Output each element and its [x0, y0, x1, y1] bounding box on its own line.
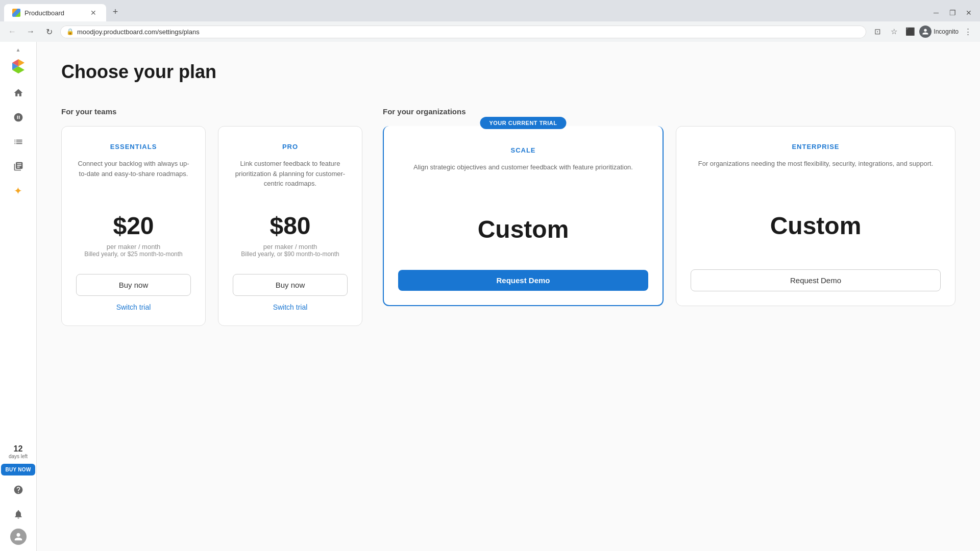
plan-cta-enterprise: Request Demo: [691, 269, 941, 291]
request-demo-scale-button[interactable]: Request Demo: [398, 270, 648, 291]
user-avatar[interactable]: [10, 529, 27, 545]
sidebar-logo[interactable]: [8, 56, 29, 77]
tab-close-button[interactable]: ✕: [89, 8, 98, 17]
buy-now-pro-button[interactable]: Buy now: [233, 274, 348, 296]
days-left-badge: 12 days left: [9, 444, 28, 460]
lock-icon: 🔒: [66, 28, 74, 35]
plan-price-note-essentials: per maker / month: [76, 243, 191, 251]
bookmark-icon[interactable]: ☆: [887, 24, 901, 39]
maximize-button[interactable]: ❐: [945, 6, 960, 20]
sidebar-scroll-up: ▲: [16, 47, 21, 52]
tab-favicon: [12, 9, 20, 17]
forward-button[interactable]: →: [23, 24, 38, 39]
page-title: Choose your plan: [61, 61, 955, 83]
refresh-button[interactable]: ↻: [42, 24, 56, 39]
plan-cta-essentials: Buy now Switch trial: [76, 274, 191, 311]
plan-price-pro: $80: [233, 212, 348, 240]
plan-cta-scale: Request Demo: [398, 270, 648, 291]
sidebar-item-home[interactable]: [8, 83, 29, 103]
sidebar-item-notifications[interactable]: [8, 504, 29, 524]
plan-desc-enterprise: For organizations needing the most flexi…: [691, 159, 941, 195]
sidebar-item-sparkle[interactable]: ✦: [8, 181, 29, 201]
plan-card-enterprise: ENTERPRISE For organizations needing the…: [676, 126, 955, 306]
switch-trial-essentials-link[interactable]: Switch trial: [116, 303, 151, 311]
buy-now-essentials-button[interactable]: Buy now: [76, 274, 191, 296]
back-button[interactable]: ←: [5, 24, 19, 39]
plan-card-scale: YOUR CURRENT TRIAL SCALE Align strategic…: [383, 126, 664, 306]
plan-name-essentials: ESSENTIALS: [76, 143, 191, 151]
incognito-button[interactable]: Incognito: [919, 26, 959, 38]
browser-tab[interactable]: Productboard ✕: [4, 4, 106, 21]
incognito-label: Incognito: [934, 28, 959, 35]
plan-desc-pro: Link customer feedback to feature priori…: [233, 159, 348, 195]
plan-price-detail-essentials: Billed yearly, or $25 month-to-month: [76, 251, 191, 258]
plan-cta-pro: Buy now Switch trial: [233, 274, 348, 311]
plan-card-essentials: ESSENTIALS Connect your backlog with alw…: [61, 126, 206, 326]
current-trial-badge: YOUR CURRENT TRIAL: [480, 117, 566, 129]
productboard-logo-icon: [10, 58, 27, 74]
plan-price-essentials: $20: [76, 212, 191, 240]
sidebar-item-questions[interactable]: [8, 480, 29, 500]
plan-price-note-pro: per maker / month: [233, 243, 348, 251]
teams-cards: ESSENTIALS Connect your backlog with alw…: [61, 126, 362, 326]
minimize-button[interactable]: ─: [929, 6, 943, 20]
plan-price-detail-pro: Billed yearly, or $90 month-to-month: [233, 251, 348, 258]
plan-desc-essentials: Connect your backlog with always up-to-d…: [76, 159, 191, 195]
svg-marker-1: [18, 59, 24, 66]
cast-icon[interactable]: ⊡: [870, 24, 885, 39]
address-bar[interactable]: 🔒 moodjoy.productboard.com/settings/plan…: [60, 26, 866, 38]
sidebar: ▲: [0, 41, 37, 551]
incognito-avatar: [919, 26, 932, 38]
close-button[interactable]: ✕: [962, 6, 976, 20]
tab-title: Productboard: [24, 9, 64, 17]
teams-section-label: For your teams: [61, 107, 362, 116]
main-content: Choose your plan For your teams ESSENTIA…: [37, 41, 980, 551]
sidebar-item-insights[interactable]: [8, 107, 29, 128]
plan-name-scale: SCALE: [398, 146, 648, 154]
switch-trial-pro-link[interactable]: Switch trial: [273, 303, 308, 311]
menu-icon[interactable]: ⋮: [961, 24, 975, 39]
orgs-cards: YOUR CURRENT TRIAL SCALE Align strategic…: [383, 126, 955, 306]
new-tab-button[interactable]: +: [108, 5, 122, 19]
buy-now-button[interactable]: BUY NOW: [1, 464, 35, 475]
plan-name-pro: PRO: [233, 143, 348, 151]
plan-name-enterprise: ENTERPRISE: [691, 143, 941, 151]
plan-card-pro: PRO Link customer feedback to feature pr…: [218, 126, 362, 326]
sidebar-item-features[interactable]: [8, 132, 29, 152]
extensions-icon[interactable]: ⬛: [903, 24, 917, 39]
plan-price-enterprise: Custom: [691, 212, 941, 240]
sidebar-item-roadmap[interactable]: [8, 156, 29, 177]
days-number: 12: [14, 444, 23, 454]
days-text: days left: [9, 454, 28, 460]
url-text: moodjoy.productboard.com/settings/plans: [77, 28, 200, 36]
plan-desc-scale: Align strategic objectives and customer …: [398, 162, 648, 199]
request-demo-enterprise-button[interactable]: Request Demo: [691, 269, 941, 291]
orgs-section-label: For your organizations: [383, 107, 955, 116]
plan-price-scale: Custom: [398, 215, 648, 243]
